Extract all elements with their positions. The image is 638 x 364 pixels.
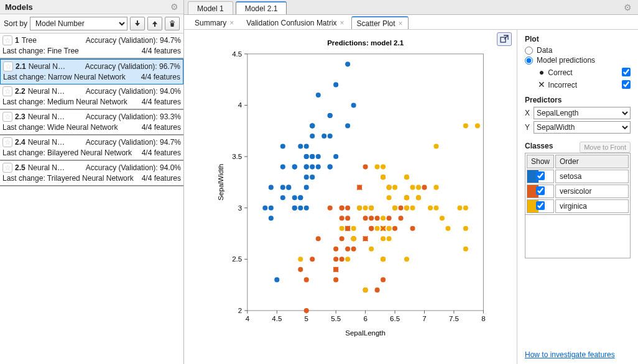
svg-point-56	[310, 134, 315, 139]
x-label: X	[525, 109, 530, 117]
svg-point-161	[375, 226, 380, 231]
svg-point-144	[433, 144, 438, 149]
popout-button[interactable]	[497, 32, 512, 46]
star-icon[interactable]: ☆	[2, 112, 12, 122]
help-link[interactable]: How to investigate features	[525, 344, 631, 359]
editor-tabs: Model 1Model 2.1⚙	[184, 0, 638, 15]
gear-icon[interactable]: ⚙	[624, 2, 632, 12]
toggle-incorrect[interactable]	[622, 80, 631, 89]
class-toggle[interactable]	[536, 201, 545, 210]
star-icon[interactable]: ☆	[3, 61, 13, 71]
svg-point-129	[340, 236, 344, 241]
model-item[interactable]: ☆ 2.2 Neural Net... Accuracy (Validation…	[0, 84, 183, 110]
class-row[interactable]: virginica	[527, 199, 629, 213]
svg-text:7.5: 7.5	[449, 315, 459, 322]
scatter-chart: 44.555.566.577.5822.533.544.5SepalLength…	[209, 36, 495, 340]
sort-descending-button[interactable]	[130, 17, 145, 30]
svg-point-110	[399, 206, 404, 211]
svg-point-111	[410, 226, 415, 231]
svg-text:6.5: 6.5	[390, 315, 400, 322]
svg-point-149	[351, 226, 356, 231]
sort-ascending-button[interactable]	[147, 17, 162, 30]
move-to-front-button[interactable]: Move to Front	[580, 142, 631, 153]
svg-text:2: 2	[238, 307, 242, 314]
editor-tab[interactable]: Model 2.1	[236, 1, 287, 14]
sort-select[interactable]: Model Number	[30, 17, 127, 30]
svg-point-125	[333, 247, 338, 252]
svg-point-142	[440, 216, 445, 221]
plot-options-panel: Plot Data Model predictions ● Correct ✕ …	[517, 30, 638, 364]
svg-point-135	[381, 175, 386, 180]
class-toggle[interactable]	[536, 171, 545, 180]
close-icon[interactable]: ×	[340, 19, 344, 27]
th-order: Order	[555, 155, 629, 168]
class-row[interactable]: versicolor	[527, 184, 629, 198]
class-toggle[interactable]	[536, 186, 545, 195]
svg-text:2.5: 2.5	[232, 255, 242, 263]
plot-area: 44.555.566.577.5822.533.544.5SepalLength…	[184, 30, 517, 364]
svg-text:3.5: 3.5	[232, 153, 242, 160]
content-row: 44.555.566.577.5822.533.544.5SepalLength…	[184, 30, 638, 364]
svg-point-57	[280, 144, 285, 149]
star-icon[interactable]: ☆	[2, 86, 12, 96]
models-panel: Models ⚙ Sort by Model Number ☆ 1 Tree A…	[0, 0, 184, 364]
svg-point-67	[316, 93, 321, 98]
radio-data[interactable]: Data	[525, 46, 631, 55]
svg-point-148	[345, 257, 350, 262]
star-icon[interactable]: ☆	[2, 35, 12, 45]
svg-point-104	[340, 257, 344, 262]
model-item[interactable]: ☆ 2.3 Neural Net... Accuracy (Validation…	[0, 110, 183, 135]
svg-point-155	[416, 185, 421, 190]
model-item[interactable]: ☆ 2.4 Neural Net... Accuracy (Validation…	[0, 135, 183, 161]
svg-point-167	[387, 226, 392, 231]
svg-text:6: 6	[363, 315, 367, 322]
svg-point-92	[298, 267, 303, 272]
svg-point-51	[328, 113, 333, 118]
svg-point-124	[333, 257, 338, 262]
radio-model-predictions[interactable]: Model predictions	[525, 56, 631, 65]
svg-point-43	[269, 216, 274, 221]
x-predictor-select[interactable]: SepalLength	[534, 107, 631, 119]
svg-point-76	[274, 277, 279, 282]
svg-point-93	[399, 216, 404, 221]
y-predictor-select[interactable]: SepalWidth	[534, 121, 631, 134]
svg-point-172	[387, 195, 392, 200]
model-item[interactable]: ☆ 2.1 Neural Ne... Accuracy (Validation)…	[0, 59, 183, 84]
svg-point-164	[433, 206, 438, 211]
model-item[interactable]: ☆ 1 Tree Accuracy (Validation): 94.7% La…	[0, 34, 183, 59]
svg-point-143	[404, 257, 409, 262]
sub-tabs: Summary×Validation Confusion Matrix×Scat…	[184, 15, 638, 30]
sub-tab[interactable]: Summary×	[189, 16, 239, 29]
svg-point-81	[310, 123, 315, 128]
svg-point-182	[392, 206, 397, 211]
close-icon[interactable]: ×	[399, 19, 403, 28]
y-label: Y	[525, 123, 530, 132]
svg-point-64	[286, 185, 291, 190]
svg-point-175	[404, 195, 409, 200]
gear-icon[interactable]: ⚙	[170, 2, 178, 12]
star-icon[interactable]: ☆	[2, 163, 12, 173]
sub-tab[interactable]: Validation Confusion Matrix×	[241, 16, 349, 29]
svg-point-170	[463, 206, 468, 211]
svg-point-50	[345, 61, 350, 66]
plot-section-title: Plot	[525, 35, 631, 43]
editor-tab[interactable]: Model 1	[188, 1, 233, 14]
svg-point-39	[304, 144, 309, 149]
classes-section-title: Classes	[525, 142, 553, 150]
svg-point-133	[310, 257, 315, 262]
svg-point-165	[445, 226, 450, 231]
th-show: Show	[527, 155, 554, 168]
close-icon[interactable]: ×	[229, 19, 234, 27]
star-icon[interactable]: ☆	[2, 137, 12, 147]
svg-point-98	[369, 216, 374, 221]
class-row[interactable]: setosa	[527, 170, 629, 183]
svg-point-180	[404, 206, 409, 211]
svg-point-38	[280, 195, 285, 200]
toggle-correct[interactable]	[622, 68, 631, 76]
svg-text:4: 4	[246, 315, 250, 322]
delete-button[interactable]	[165, 17, 180, 30]
sub-tab[interactable]: Scatter Plot×	[351, 16, 409, 29]
model-item[interactable]: ☆ 2.5 Neural Net... Accuracy (Validation…	[0, 161, 183, 186]
classes-empty-area	[525, 215, 631, 258]
svg-point-145	[392, 185, 397, 190]
